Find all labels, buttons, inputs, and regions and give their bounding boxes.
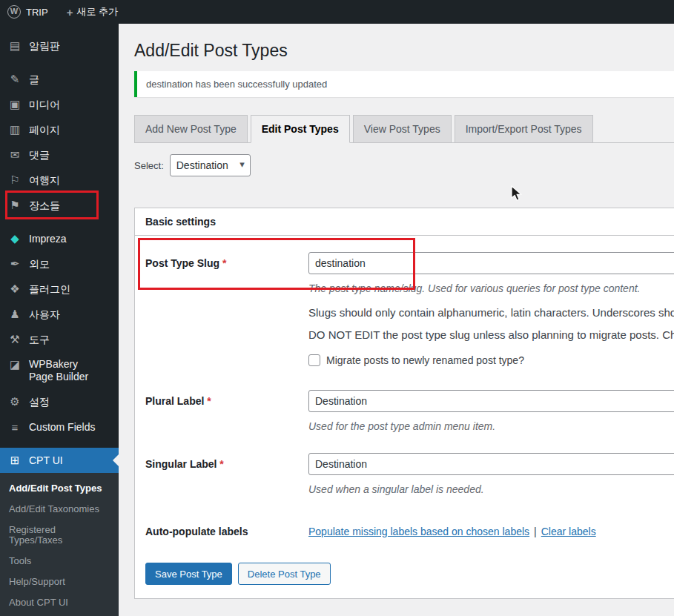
sidebar-item-tools[interactable]: ⚒ 도구 [0, 327, 119, 352]
new-content-label: 새로 추가 [76, 5, 118, 19]
sidebar-item-label: 댓글 [29, 149, 50, 162]
populate-labels-link[interactable]: Populate missing labels based on chosen … [308, 520, 529, 543]
slug-description-line1: Slugs should only contain alphanumeric, … [308, 306, 674, 319]
sidebar-item-label: 페이지 [29, 124, 60, 136]
sidebar-item-label: 설정 [29, 396, 50, 408]
sidebar-item-label: 사용자 [29, 308, 60, 321]
sidebar-item-posts[interactable]: ✎ 글 [0, 67, 119, 92]
plural-field-row: Plural Label * Used for the post type ad… [135, 366, 674, 432]
tab-add-new-post-type[interactable]: Add New Post Type [134, 115, 248, 143]
required-asterisk: * [219, 458, 223, 470]
wpbakery-icon: ◪ [7, 358, 22, 371]
comments-icon: ✉ [7, 148, 22, 162]
plural-label: Plural Label * [145, 390, 308, 432]
cpt-ui-submenu: Add/Edit Post Types Add/Edit Taxonomies … [0, 473, 119, 616]
media-icon: ▣ [7, 98, 22, 111]
sidebar-item-label: 장소들 [29, 199, 60, 212]
panel-title: Basic settings [135, 208, 674, 236]
brush-icon: ✒ [7, 257, 22, 271]
required-asterisk: * [207, 395, 211, 407]
submenu-item-help-support[interactable]: Help/Support [0, 572, 119, 592]
gear-icon: ⚙ [7, 395, 22, 408]
pages-icon: ▥ [7, 123, 22, 136]
autopopulate-label: Auto-populate labels [145, 520, 308, 543]
site-name-link[interactable]: TRIP [26, 7, 48, 18]
sidebar-item-appearance[interactable]: ✒ 외모 [0, 251, 119, 276]
plural-help-text: Used for the post type admin menu item. [308, 420, 674, 432]
menu-separator [0, 440, 119, 448]
migrate-posts-checkbox[interactable] [308, 354, 320, 366]
clear-labels-link[interactable]: Clear labels [541, 520, 596, 543]
posts-icon: ✎ [7, 73, 22, 86]
plus-icon: + [67, 6, 73, 19]
flag-icon: ⚐ [7, 173, 22, 187]
sidebar-item-media[interactable]: ▣ 미디어 [0, 92, 119, 117]
sidebar-item-users[interactable]: ♟ 사용자 [0, 302, 119, 327]
sidebar-item-label: 여행지 [29, 174, 60, 187]
submenu-item-add-edit-post-types[interactable]: Add/Edit Post Types [0, 478, 119, 499]
sidebar-item-custom-fields[interactable]: ≡ Custom Fields [0, 414, 119, 440]
success-notice-text: destination has been successfully update… [146, 79, 327, 90]
admin-bar: W TRIP + 새로 추가 [0, 0, 674, 24]
sidebar-item-label: 외모 [29, 258, 50, 271]
tab-import-export-post-types[interactable]: Import/Export Post Types [455, 115, 593, 143]
singular-field-row: Singular Label * Used when a singular la… [135, 432, 674, 495]
sidebar-item-places[interactable]: ⚑ 장소들 [0, 193, 119, 218]
save-post-type-button[interactable]: Save Post Type [145, 563, 232, 585]
sidebar-item-label: Impreza [29, 233, 67, 245]
sidebar-item-label: Custom Fields [29, 421, 95, 434]
plural-label-input[interactable] [308, 390, 674, 412]
plugin-icon: ❖ [7, 282, 22, 296]
user-icon: ♟ [7, 308, 22, 321]
grid-icon: ⊞ [7, 454, 22, 467]
new-content-link[interactable]: + 새로 추가 [67, 5, 118, 19]
sidebar-item-wpbakery[interactable]: ◪ WPBakery Page Builder [0, 352, 119, 389]
submenu-item-tools[interactable]: Tools [0, 551, 119, 572]
sidebar-item-label: 도구 [29, 334, 50, 346]
slug-description-line2: DO NOT EDIT the post type slug unless al… [308, 328, 674, 341]
main-content: Add/Edit Post Types destination has been… [119, 24, 674, 616]
page-title: Add/Edit Post Types [119, 24, 674, 61]
sidebar-item-label: WPBakery Page Builder [29, 358, 103, 383]
dashboard-icon: ▤ [7, 39, 22, 53]
admin-sidebar: ▤ 알림판 ✎ 글 ▣ 미디어 ▥ 페이지 ✉ 댓글 ⚐ 여행지 [0, 24, 119, 616]
submenu-item-add-edit-taxonomies[interactable]: Add/Edit Taxonomies [0, 499, 119, 520]
slug-input[interactable] [308, 252, 674, 274]
list-icon: ≡ [7, 421, 22, 434]
post-type-select[interactable]: Destination [170, 154, 251, 176]
submenu-item-about-cpt-ui[interactable]: About CPT UI [0, 592, 119, 613]
migrate-posts-label: Migrate posts to newly renamed post type… [326, 354, 524, 366]
link-separator: | [534, 520, 537, 543]
sidebar-item-label: CPT UI [29, 454, 63, 467]
impreza-icon: ◆ [7, 232, 22, 245]
delete-post-type-button[interactable]: Delete Post Type [238, 563, 331, 585]
post-type-select-row: Select: Destination ▾ [134, 154, 674, 176]
sidebar-item-label: 플러그인 [29, 283, 70, 296]
singular-label: Singular Label * [145, 453, 308, 495]
success-notice: destination has been successfully update… [134, 71, 674, 97]
sidebar-item-cpt-ui[interactable]: ⊞ CPT UI [0, 448, 119, 473]
singular-help-text: Used when a singular label is needed. [308, 483, 674, 495]
sidebar-item-destinations[interactable]: ⚐ 여행지 [0, 168, 119, 193]
tab-edit-post-types[interactable]: Edit Post Types [251, 115, 350, 143]
sidebar-item-dashboard[interactable]: ▤ 알림판 [0, 33, 119, 59]
sidebar-item-label: 미디어 [29, 99, 60, 111]
sidebar-item-comments[interactable]: ✉ 댓글 [0, 142, 119, 168]
tab-view-post-types[interactable]: View Post Types [353, 115, 452, 143]
basic-settings-panel: Basic settings Post Type Slug * The post… [134, 208, 674, 599]
wordpress-admin-screen: W TRIP + 새로 추가 ▤ 알림판 ✎ 글 ▣ 미디어 ▥ 페이지 [0, 0, 674, 616]
slug-field-row: Post Type Slug * The post type name/slug… [135, 236, 674, 366]
post-type-tabs: Add New Post TypeEdit Post TypesView Pos… [134, 115, 674, 143]
sidebar-item-impreza[interactable]: ◆ Impreza [0, 226, 119, 251]
sidebar-item-label: 글 [29, 73, 39, 86]
submenu-item-registered-types[interactable]: Registered Types/Taxes [0, 520, 119, 551]
sidebar-item-plugins[interactable]: ❖ 플러그인 [0, 276, 119, 302]
current-menu-arrow [107, 454, 119, 466]
menu-separator [0, 59, 119, 67]
required-asterisk: * [222, 257, 226, 269]
wordpress-logo-icon[interactable]: W [7, 5, 21, 19]
singular-label-input[interactable] [308, 453, 674, 475]
sidebar-item-pages[interactable]: ▥ 페이지 [0, 117, 119, 142]
sidebar-item-settings[interactable]: ⚙ 설정 [0, 389, 119, 414]
menu-separator [0, 218, 119, 226]
